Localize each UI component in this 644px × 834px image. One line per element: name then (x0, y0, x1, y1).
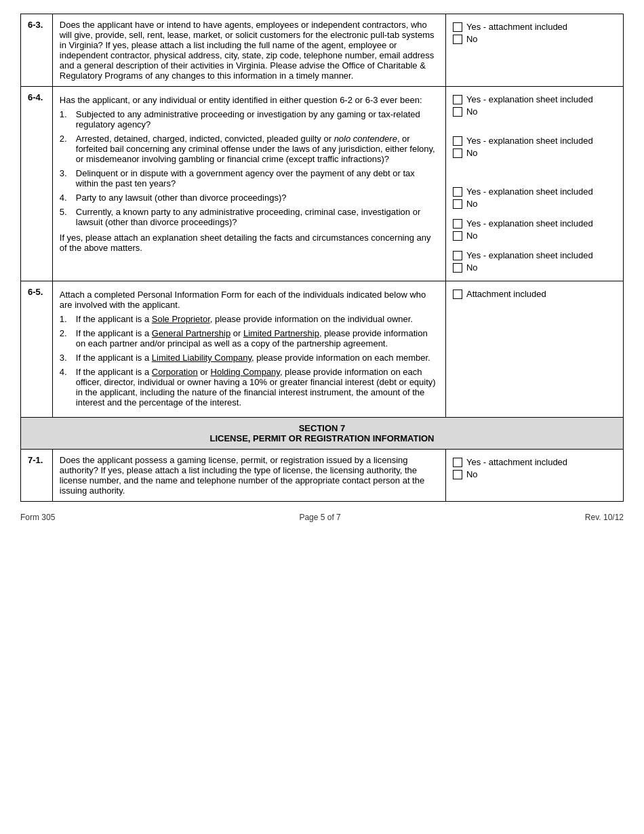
q6-5-sub1-num: 1. (60, 314, 72, 324)
q6-4-sub1-num: 1. (60, 109, 72, 130)
q6-4-sub5-text: Currently, a known party to any administ… (76, 207, 439, 227)
checkbox-6-4-4-yes[interactable] (453, 219, 462, 229)
answer-6-4-sub4: Yes - explanation sheet included No (453, 218, 616, 241)
label-6-4-4-yes: Yes - explanation sheet included (466, 218, 593, 229)
checkbox-6-3-yes[interactable] (453, 22, 462, 32)
answer-6-4-sub3: Yes - explanation sheet included No (453, 186, 616, 209)
q6-5-subitems: 1. If the applicant is a Sole Proprietor… (60, 314, 439, 408)
q6-4-sub5-num: 5. (60, 207, 72, 227)
label-6-3-yes: Yes - attachment included (466, 22, 567, 32)
q6-5-sub1: 1. If the applicant is a Sole Proprietor… (60, 314, 439, 324)
question-text-7-1: Does the applicant possess a gaming lice… (52, 450, 445, 502)
q6-5-sub1-text: If the applicant is a Sole Proprietor, p… (76, 314, 413, 324)
q6-5-sub4: 4. If the applicant is a Corporation or … (60, 367, 439, 408)
answer-6-4-sub2: Yes - explanation sheet included No (453, 136, 616, 158)
q6-4-sub5: 5. Currently, a known party to any admin… (60, 207, 439, 227)
section7-title-line2: LICENSE, PERMIT OR REGISTRATION INFORMAT… (26, 433, 618, 443)
answer-6-4: Yes - explanation sheet included No Yes … (445, 87, 623, 281)
q6-4-sub4-text: Party to any lawsuit (other than divorce… (76, 193, 287, 203)
label-6-4-3-no: No (466, 199, 478, 209)
label-6-4-2-no: No (466, 148, 478, 158)
checkbox-6-4-5-no[interactable] (453, 263, 462, 273)
label-6-5-attachment: Attachment included (466, 289, 546, 299)
label-6-4-5-no: No (466, 262, 478, 273)
checkbox-7-1-no[interactable] (453, 470, 462, 479)
section7-title-line1: SECTION 7 (26, 423, 618, 433)
label-6-4-1-yes: Yes - explanation sheet included (466, 94, 593, 104)
label-6-4-2-yes: Yes - explanation sheet included (466, 136, 593, 146)
checkbox-6-4-2-no[interactable] (453, 148, 462, 158)
q6-5-sub3-num: 3. (60, 353, 72, 363)
q6-4-sub4: 4. Party to any lawsuit (other than divo… (60, 193, 439, 203)
answer-6-4-sub1: Yes - explanation sheet included No (453, 94, 616, 117)
footer-form-number: Form 305 (20, 513, 55, 522)
q6-4-sub2-text: Arrested, detained, charged, indicted, c… (76, 134, 439, 164)
footer-page-number: Page 5 of 7 (299, 513, 340, 522)
label-7-1-no: No (466, 469, 478, 479)
question-text-6-5: Attach a completed Personal Information … (52, 281, 445, 418)
checkbox-6-4-3-yes[interactable] (453, 187, 462, 197)
label-6-3-no: No (466, 34, 478, 44)
label-7-1-yes: Yes - attachment included (466, 457, 567, 467)
question-text-6-3: Does the applicant have or intend to hav… (52, 14, 445, 87)
q6-5-sub3-text: If the applicant is a Limited Liability … (76, 353, 430, 363)
section7-header: SECTION 7 LICENSE, PERMIT OR REGISTRATIO… (21, 418, 624, 450)
q6-5-sub2-text: If the applicant is a General Partnershi… (76, 328, 439, 349)
checkbox-7-1-yes[interactable] (453, 458, 462, 467)
q6-5-sub4-text: If the applicant is a Corporation or Hol… (76, 367, 439, 408)
q6-4-subitems: 1. Subjected to any administrative proce… (60, 109, 439, 227)
q6-4-sub4-num: 4. (60, 193, 72, 203)
q6-4-footer: If yes, please attach an explanation she… (60, 233, 439, 253)
q6-4-intro: Has the applicant, or any individual or … (60, 95, 439, 105)
checkbox-6-4-5-yes[interactable] (453, 251, 462, 260)
question-num-6-3: 6-3. (21, 14, 53, 87)
label-6-4-3-yes: Yes - explanation sheet included (466, 186, 593, 197)
checkbox-6-4-1-no[interactable] (453, 107, 462, 117)
question-num-7-1: 7-1. (21, 450, 53, 502)
checkbox-6-4-3-no[interactable] (453, 199, 462, 209)
answer-6-5: Attachment included (445, 281, 623, 418)
q6-5-sub2: 2. If the applicant is a General Partner… (60, 328, 439, 349)
label-6-4-1-no: No (466, 106, 478, 117)
checkbox-6-4-4-no[interactable] (453, 231, 462, 241)
question-text-6-4: Has the applicant, or any individual or … (52, 87, 445, 281)
q6-5-sub4-num: 4. (60, 367, 72, 408)
q6-4-sub2-num: 2. (60, 134, 72, 164)
footer-revision: Rev. 10/12 (585, 513, 624, 522)
question-num-6-5: 6-5. (21, 281, 53, 418)
label-6-4-4-no: No (466, 231, 478, 241)
q6-4-sub1: 1. Subjected to any administrative proce… (60, 109, 439, 130)
q6-4-sub3: 3. Delinquent or in dispute with a gover… (60, 168, 439, 188)
q6-5-intro: Attach a completed Personal Information … (60, 290, 439, 310)
q6-5-sub3: 3. If the applicant is a Limited Liabili… (60, 353, 439, 363)
q6-4-sub2: 2. Arrested, detained, charged, indicted… (60, 134, 439, 164)
checkbox-6-4-1-yes[interactable] (453, 95, 462, 104)
question-num-6-4: 6-4. (21, 87, 53, 281)
q6-5-sub2-num: 2. (60, 328, 72, 349)
checkbox-6-5-attachment[interactable] (453, 290, 462, 299)
q6-4-sub3-text: Delinquent or in dispute with a governme… (76, 168, 439, 188)
answer-7-1: Yes - attachment included No (445, 450, 623, 502)
q6-4-sub1-text: Subjected to any administrative proceedi… (76, 109, 439, 130)
checkbox-6-4-2-yes[interactable] (453, 136, 462, 146)
label-6-4-5-yes: Yes - explanation sheet included (466, 250, 593, 260)
checkbox-6-3-no[interactable] (453, 35, 462, 44)
answer-6-4-sub5: Yes - explanation sheet included No (453, 250, 616, 273)
q6-4-sub3-num: 3. (60, 168, 72, 188)
answer-6-3: Yes - attachment included No (445, 14, 623, 87)
